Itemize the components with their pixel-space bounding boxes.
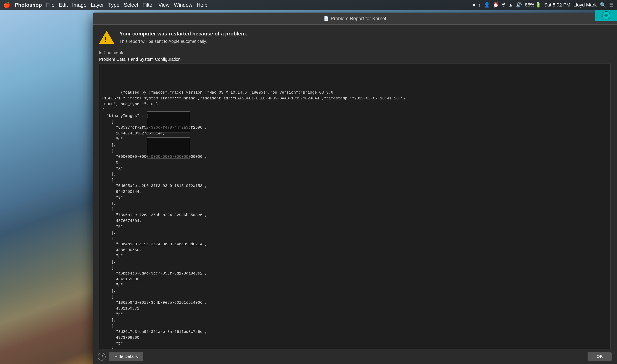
sound-icon: 🔊 <box>516 2 522 8</box>
filter-menu[interactable]: Filter <box>143 2 154 8</box>
crash-log-content[interactable]: {"caused_by":"macos","macos_version":"Ma… <box>99 64 611 349</box>
help-menu[interactable]: Help <box>197 2 207 8</box>
dialog-window: 📄 Problem Report for Kernel Your compute… <box>93 13 617 364</box>
overlay-rect-1 <box>147 111 190 133</box>
image-menu[interactable]: Image <box>72 2 87 8</box>
file-menu[interactable]: File <box>46 2 54 8</box>
battery-icon: 🔋 <box>535 2 541 8</box>
menubar-right: ● ↑ 👤 ⏰ 𝔅 ▲ 🔊 86% 🔋 Sat 8:02 PM Lloyd Ma… <box>472 2 614 8</box>
time-display: Sat 8:02 PM <box>544 2 570 8</box>
comments-section: Comments <box>93 50 617 57</box>
warning-icon <box>99 31 114 46</box>
document-icon: 📄 <box>324 16 329 21</box>
comments-toggle[interactable]: Comments <box>99 50 611 55</box>
warning-triangle <box>99 31 114 44</box>
crash-title: Your computer was restarted because of a… <box>120 31 247 37</box>
app-name-menu[interactable]: Photoshop <box>15 2 42 8</box>
battery-percent: 86% <box>525 2 534 8</box>
notification-icon[interactable]: ☰ <box>609 2 614 8</box>
menubar-left: 🍎 Photoshop File Edit Image Layer Type S… <box>3 2 472 8</box>
window-menu[interactable]: Window <box>174 2 192 8</box>
spotlight-search-icon[interactable]: 🔍 <box>600 2 606 8</box>
dialog-footer: ? Hide Details OK <box>93 349 617 364</box>
footer-left: ? Hide Details <box>98 352 143 361</box>
overlay-rect-2 <box>147 137 190 159</box>
comments-label: Comments <box>103 50 124 55</box>
chevron-right-icon <box>99 51 102 54</box>
dropbox-icon: ● <box>472 2 475 8</box>
header-text: Your computer was restarted because of a… <box>120 31 247 44</box>
top-right-app-icon <box>595 10 617 21</box>
details-section: Problem Details and System Configuration… <box>93 57 617 349</box>
crash-subtitle: This report will be sent to Apple automa… <box>120 39 247 44</box>
user-name: Lloyd Mark <box>573 2 597 8</box>
dialog-header: Your computer was restarted because of a… <box>93 25 617 50</box>
battery-indicator: 86% 🔋 <box>525 2 541 8</box>
menubar: 🍎 Photoshop File Edit Image Layer Type S… <box>0 0 617 10</box>
edit-menu[interactable]: Edit <box>59 2 68 8</box>
apple-menu[interactable]: 🍎 <box>3 2 10 8</box>
type-menu[interactable]: Type <box>108 2 120 8</box>
view-menu[interactable]: View <box>158 2 170 8</box>
bluetooth-icon: 𝔅 <box>502 2 505 8</box>
hide-details-button[interactable]: Hide Details <box>109 352 143 361</box>
upload-icon: ↑ <box>479 2 481 8</box>
help-button[interactable]: ? <box>98 353 106 361</box>
dialog-titlebar: 📄 Problem Report for Kernel <box>93 13 617 25</box>
layer-menu[interactable]: Layer <box>91 2 104 8</box>
select-menu[interactable]: Select <box>124 2 138 8</box>
time-machine-icon: ⏰ <box>493 2 499 8</box>
wifi-icon: ▲ <box>508 2 513 8</box>
details-section-title: Problem Details and System Configuration <box>99 57 611 62</box>
dialog-content: Your computer was restarted because of a… <box>93 25 617 349</box>
dialog-title: Problem Report for Kernel <box>331 16 386 21</box>
user-icon: 👤 <box>484 2 490 8</box>
ok-button[interactable]: OK <box>588 352 612 361</box>
